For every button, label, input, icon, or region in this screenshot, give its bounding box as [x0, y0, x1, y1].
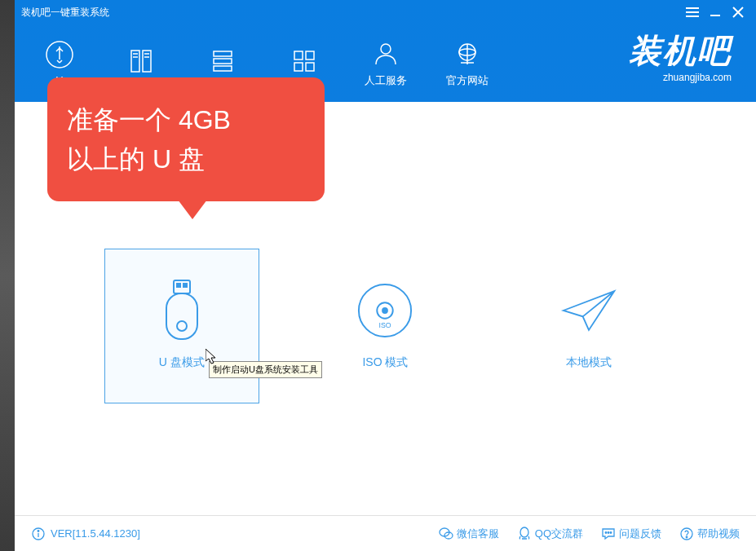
svg-rect-8	[214, 51, 232, 56]
mode-iso[interactable]: ISO ISO 模式	[307, 249, 462, 403]
disc-icon: ISO	[356, 282, 413, 339]
paper-plane-icon	[560, 282, 617, 339]
link-label: 微信客服	[457, 527, 499, 541]
svg-point-25	[383, 308, 388, 313]
svg-rect-14	[306, 63, 314, 71]
menu-button[interactable]	[681, 1, 704, 24]
svg-rect-20	[183, 284, 187, 287]
svg-rect-10	[214, 66, 232, 71]
link-label: QQ交流群	[535, 527, 583, 541]
info-icon	[31, 527, 46, 541]
svg-point-37	[686, 536, 687, 538]
close-button[interactable]	[727, 1, 749, 24]
svg-rect-19	[177, 284, 180, 287]
version-text: VER[11.5.44.1230]	[51, 527, 140, 540]
link-label: 问题反馈	[619, 527, 661, 541]
svg-point-31	[444, 532, 453, 539]
svg-rect-12	[306, 51, 314, 60]
nav-item-3[interactable]	[194, 46, 251, 81]
titlebar: 装机吧一键重装系统	[15, 0, 756, 24]
svg-text:ISO: ISO	[379, 321, 391, 329]
window-title: 装机吧一键重装系统	[21, 6, 681, 20]
svg-rect-11	[294, 51, 303, 60]
logo-text: 装机吧	[629, 29, 732, 73]
nav-item-2[interactable]	[113, 46, 170, 81]
server-icon	[126, 46, 156, 76]
desktop-edge	[0, 0, 15, 551]
svg-point-33	[605, 531, 607, 533]
minimize-button[interactable]	[704, 1, 727, 24]
callout-arrow-icon	[178, 200, 207, 219]
svg-point-22	[177, 321, 187, 331]
svg-rect-9	[214, 59, 232, 64]
logo: 装机吧 zhuangjiba.com	[629, 29, 732, 83]
mode-usb[interactable]: U 盘模式	[104, 249, 259, 403]
link-qq[interactable]: QQ交流群	[517, 527, 583, 541]
chat-icon	[439, 527, 453, 541]
qq-icon	[517, 527, 532, 541]
svg-rect-21	[166, 293, 197, 339]
footer: VER[11.5.44.1230] 微信客服 QQ交流群 问题反馈	[15, 515, 756, 551]
svg-point-34	[608, 531, 609, 533]
instruction-callout: 准备一个 4GB 以上的 U 盘	[47, 77, 325, 201]
version: VER[11.5.44.1230]	[31, 527, 140, 541]
globe-icon	[453, 39, 482, 68]
link-label: 帮助视频	[697, 527, 740, 541]
mode-label: U 盘模式	[159, 355, 205, 370]
callout-line2: 以上的 U 盘	[67, 139, 305, 179]
stack-icon	[208, 46, 237, 76]
svg-rect-0	[710, 15, 720, 16]
mode-label: 本地模式	[566, 355, 612, 370]
link-feedback[interactable]: 问题反馈	[601, 527, 661, 541]
svg-point-35	[610, 531, 612, 533]
callout-line1: 准备一个 4GB	[67, 100, 305, 139]
svg-rect-13	[294, 63, 303, 71]
logo-url: zhuangjiba.com	[629, 72, 732, 83]
app-window: 装机吧一键重装系统 U	[15, 0, 756, 551]
nav-label: 人工服务	[365, 73, 407, 88]
nav-label: 官方网站	[446, 73, 489, 88]
grid-icon	[290, 46, 319, 76]
link-wechat[interactable]: 微信客服	[439, 527, 499, 541]
cursor-icon	[206, 349, 219, 368]
nav-website[interactable]: 官方网站	[439, 39, 496, 88]
footer-links: 微信客服 QQ交流群 问题反馈 帮助视频	[439, 527, 740, 541]
link-help[interactable]: 帮助视频	[679, 527, 740, 541]
tooltip: 制作启动U盘系统安装工具	[209, 361, 322, 378]
help-icon	[679, 527, 694, 541]
svg-point-29	[38, 530, 39, 531]
mode-label: ISO 模式	[362, 355, 408, 370]
nav-item-4[interactable]	[276, 46, 333, 81]
usb-drive-icon	[153, 282, 210, 339]
svg-point-32	[520, 527, 528, 537]
nav-support[interactable]: 人工服务	[357, 39, 414, 88]
usb-icon	[45, 40, 74, 69]
mode-local[interactable]: 本地模式	[511, 249, 666, 403]
speech-icon	[601, 527, 616, 541]
person-icon	[371, 39, 400, 68]
svg-point-15	[381, 44, 391, 54]
